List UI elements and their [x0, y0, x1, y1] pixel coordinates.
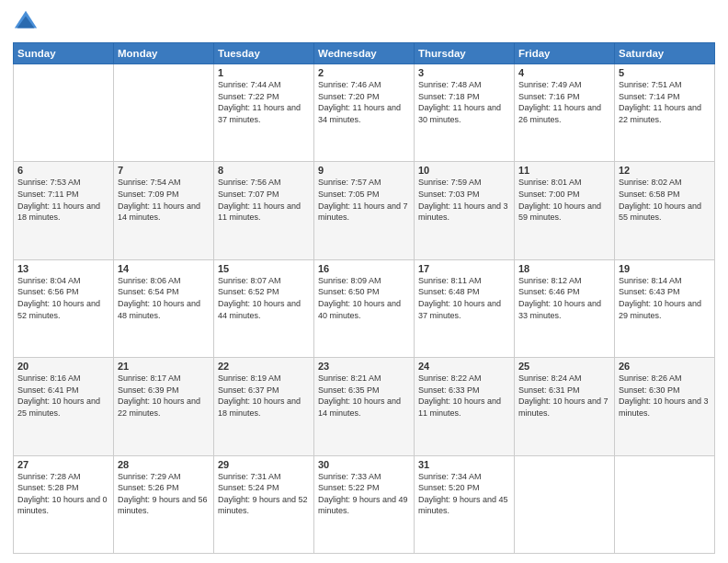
day-number: 18 [518, 263, 610, 274]
sunset-text: Sunset: 7:03 PM [418, 190, 480, 199]
daylight-text: Daylight: 9 hours and 56 minutes. [118, 495, 208, 516]
day-number: 19 [619, 263, 711, 274]
sunrise-text: Sunrise: 8:26 AM [619, 373, 682, 383]
sunset-text: Sunset: 6:30 PM [619, 385, 680, 395]
daylight-text: Daylight: 9 hours and 52 minutes. [218, 495, 308, 516]
calendar-week-3: 13 Sunrise: 8:04 AM Sunset: 6:56 PM Dayl… [14, 259, 715, 357]
sunset-text: Sunset: 7:11 PM [17, 190, 79, 199]
day-info: Sunrise: 8:11 AM Sunset: 6:48 PM Dayligh… [418, 275, 510, 321]
sunrise-text: Sunrise: 8:14 AM [619, 276, 682, 285]
day-info: Sunrise: 7:34 AM Sunset: 5:20 PM Dayligh… [418, 471, 510, 517]
sunrise-text: Sunrise: 7:48 AM [418, 80, 482, 89]
day-info: Sunrise: 8:19 AM Sunset: 6:37 PM Dayligh… [218, 373, 310, 419]
daylight-text: Daylight: 10 hours and 59 minutes. [518, 201, 601, 223]
calendar-cell: 14 Sunrise: 8:06 AM Sunset: 6:54 PM Dayl… [114, 259, 214, 357]
daylight-text: Daylight: 10 hours and 55 minutes. [619, 201, 701, 223]
sunset-text: Sunset: 6:43 PM [619, 287, 680, 296]
day-number: 25 [518, 361, 610, 372]
day-info: Sunrise: 8:24 AM Sunset: 6:31 PM Dayligh… [518, 373, 610, 419]
sunset-text: Sunset: 6:52 PM [218, 287, 279, 296]
day-number: 15 [218, 263, 310, 274]
sunrise-text: Sunrise: 8:07 AM [218, 276, 281, 285]
day-info: Sunrise: 8:21 AM Sunset: 6:35 PM Dayligh… [318, 373, 410, 419]
day-info: Sunrise: 7:59 AM Sunset: 7:03 PM Dayligh… [418, 177, 510, 223]
day-number: 10 [418, 165, 510, 176]
day-number: 16 [318, 263, 410, 274]
daylight-text: Daylight: 11 hours and 30 minutes. [418, 103, 501, 124]
daylight-text: Daylight: 10 hours and 0 minutes. [17, 495, 108, 516]
day-number: 27 [17, 459, 109, 470]
sunset-text: Sunset: 6:39 PM [118, 385, 179, 395]
sunset-text: Sunset: 6:50 PM [318, 287, 380, 296]
calendar-cell: 17 Sunrise: 8:11 AM Sunset: 6:48 PM Dayl… [415, 259, 515, 357]
day-number: 13 [17, 263, 109, 274]
calendar-cell: 25 Sunrise: 8:24 AM Sunset: 6:31 PM Dayl… [515, 358, 615, 455]
calendar-week-2: 6 Sunrise: 7:53 AM Sunset: 7:11 PM Dayli… [14, 162, 715, 259]
sunset-text: Sunset: 5:24 PM [218, 483, 279, 492]
calendar-cell: 20 Sunrise: 8:16 AM Sunset: 6:41 PM Dayl… [14, 358, 114, 455]
sunset-text: Sunset: 7:09 PM [118, 190, 179, 199]
calendar-cell: 22 Sunrise: 8:19 AM Sunset: 6:37 PM Dayl… [214, 358, 314, 455]
daylight-text: Daylight: 11 hours and 14 minutes. [118, 201, 200, 223]
sunrise-text: Sunrise: 8:09 AM [318, 276, 381, 285]
day-info: Sunrise: 7:56 AM Sunset: 7:07 PM Dayligh… [218, 177, 310, 223]
sunset-text: Sunset: 5:26 PM [118, 483, 179, 492]
day-info: Sunrise: 8:16 AM Sunset: 6:41 PM Dayligh… [17, 373, 109, 419]
day-info: Sunrise: 7:31 AM Sunset: 5:24 PM Dayligh… [218, 471, 310, 517]
daylight-text: Daylight: 11 hours and 18 minutes. [17, 201, 100, 223]
sunrise-text: Sunrise: 7:33 AM [318, 472, 381, 481]
daylight-text: Daylight: 10 hours and 3 minutes. [619, 396, 709, 418]
day-info: Sunrise: 7:54 AM Sunset: 7:09 PM Dayligh… [118, 177, 210, 223]
calendar-cell: 8 Sunrise: 7:56 AM Sunset: 7:07 PM Dayli… [214, 162, 314, 259]
day-info: Sunrise: 8:01 AM Sunset: 7:00 PM Dayligh… [518, 177, 610, 223]
sunrise-text: Sunrise: 8:19 AM [218, 373, 281, 383]
calendar-cell: 9 Sunrise: 7:57 AM Sunset: 7:05 PM Dayli… [314, 162, 415, 259]
sunrise-text: Sunrise: 8:06 AM [118, 276, 181, 285]
sunrise-text: Sunrise: 8:11 AM [418, 276, 482, 285]
sunset-text: Sunset: 7:00 PM [518, 190, 580, 199]
day-number: 4 [518, 67, 610, 78]
sunset-text: Sunset: 6:48 PM [418, 287, 480, 296]
sunset-text: Sunset: 5:22 PM [318, 483, 380, 492]
day-info: Sunrise: 7:33 AM Sunset: 5:22 PM Dayligh… [318, 471, 410, 517]
calendar-cell: 18 Sunrise: 8:12 AM Sunset: 6:46 PM Dayl… [515, 259, 615, 357]
sunset-text: Sunset: 6:58 PM [619, 190, 680, 199]
calendar-cell: 27 Sunrise: 7:28 AM Sunset: 5:28 PM Dayl… [14, 455, 114, 553]
sunset-text: Sunset: 6:46 PM [518, 287, 580, 296]
calendar-week-1: 1 Sunrise: 7:44 AM Sunset: 7:22 PM Dayli… [14, 64, 715, 162]
sunrise-text: Sunrise: 7:31 AM [218, 472, 281, 481]
calendar-cell: 6 Sunrise: 7:53 AM Sunset: 7:11 PM Dayli… [14, 162, 114, 259]
daylight-text: Daylight: 10 hours and 44 minutes. [218, 299, 301, 320]
calendar-cell: 2 Sunrise: 7:46 AM Sunset: 7:20 PM Dayli… [314, 64, 415, 162]
day-info: Sunrise: 7:51 AM Sunset: 7:14 PM Dayligh… [619, 79, 711, 125]
sunrise-text: Sunrise: 8:17 AM [118, 373, 181, 383]
calendar-cell: 12 Sunrise: 8:02 AM Sunset: 6:58 PM Dayl… [615, 162, 715, 259]
calendar-cell [515, 455, 615, 553]
day-number: 20 [17, 361, 109, 372]
day-number: 26 [619, 361, 711, 372]
day-info: Sunrise: 8:07 AM Sunset: 6:52 PM Dayligh… [218, 275, 310, 321]
sunrise-text: Sunrise: 7:46 AM [318, 80, 381, 89]
day-number: 23 [318, 361, 410, 372]
calendar-cell: 28 Sunrise: 7:29 AM Sunset: 5:26 PM Dayl… [114, 455, 214, 553]
calendar-cell: 26 Sunrise: 8:26 AM Sunset: 6:30 PM Dayl… [615, 358, 715, 455]
sunrise-text: Sunrise: 7:29 AM [118, 472, 181, 481]
calendar-cell: 29 Sunrise: 7:31 AM Sunset: 5:24 PM Dayl… [214, 455, 314, 553]
day-header-sunday: Sunday [14, 43, 114, 64]
sunrise-text: Sunrise: 8:24 AM [518, 373, 582, 383]
sunrise-text: Sunrise: 7:51 AM [619, 80, 682, 89]
calendar-cell: 31 Sunrise: 7:34 AM Sunset: 5:20 PM Dayl… [415, 455, 515, 553]
calendar-cell: 13 Sunrise: 8:04 AM Sunset: 6:56 PM Dayl… [14, 259, 114, 357]
sunset-text: Sunset: 7:18 PM [418, 92, 480, 101]
calendar-table: SundayMondayTuesdayWednesdayThursdayFrid… [13, 42, 715, 554]
sunset-text: Sunset: 6:56 PM [17, 287, 79, 296]
sunrise-text: Sunrise: 8:16 AM [17, 373, 81, 383]
sunrise-text: Sunrise: 8:01 AM [518, 178, 582, 187]
day-info: Sunrise: 8:09 AM Sunset: 6:50 PM Dayligh… [318, 275, 410, 321]
day-info: Sunrise: 7:57 AM Sunset: 7:05 PM Dayligh… [318, 177, 410, 223]
logo [13, 9, 42, 35]
daylight-text: Daylight: 10 hours and 25 minutes. [17, 396, 100, 418]
daylight-text: Daylight: 11 hours and 3 minutes. [418, 201, 508, 223]
daylight-text: Daylight: 10 hours and 14 minutes. [318, 396, 401, 418]
calendar-cell: 7 Sunrise: 7:54 AM Sunset: 7:09 PM Dayli… [114, 162, 214, 259]
